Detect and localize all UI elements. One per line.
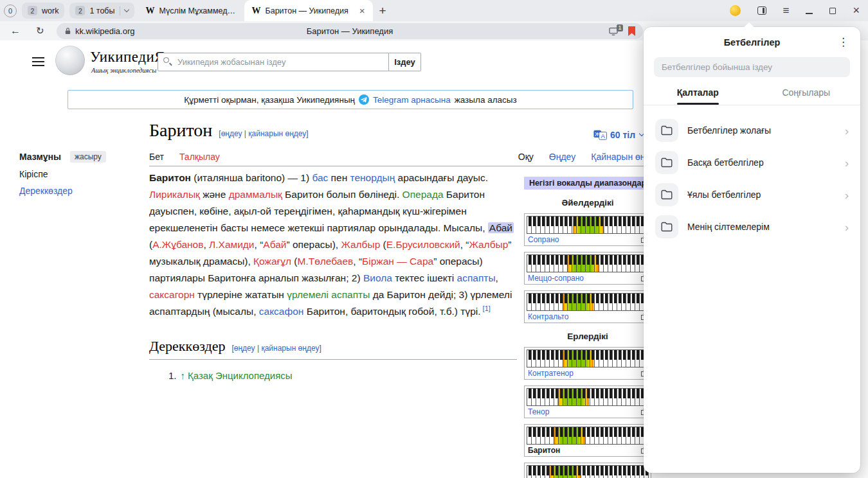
tab-title: Мүслім Мұхаммедұлы Ма bbox=[159, 6, 238, 15]
window-close-button[interactable]: × bbox=[844, 4, 868, 17]
wiki-search: Іздеу bbox=[158, 53, 421, 71]
tab-edit[interactable]: Өңдеу bbox=[549, 152, 575, 162]
rewards-icon[interactable] bbox=[721, 5, 749, 16]
bookmark-flag-icon[interactable] bbox=[628, 26, 635, 36]
site-notifications-icon[interactable]: 1 bbox=[608, 27, 619, 36]
tab-page[interactable]: Бет bbox=[149, 152, 164, 162]
tab-close-icon[interactable]: × bbox=[359, 6, 365, 15]
tab-talk[interactable]: Талқылау bbox=[179, 152, 220, 162]
bookmarks-folder-list: Бетбелгілер жолағы › Басқа бетбелгілер ›… bbox=[644, 105, 860, 243]
tab-group-count-badge: 2 bbox=[75, 6, 85, 15]
tab-bariton-active[interactable]: W Баритон — Уикипедия × bbox=[244, 0, 373, 21]
toc-item-intro[interactable]: Кіріспе bbox=[19, 169, 135, 179]
voice-label[interactable]: Контральто bbox=[528, 312, 569, 321]
tab-title: Баритон — Уикипедия bbox=[266, 6, 348, 15]
reference-item: 1.↑Қазақ Энциклопедиясы bbox=[149, 367, 517, 384]
piano-range-image[interactable] bbox=[527, 216, 649, 234]
browser-menu-icon[interactable]: ≡ bbox=[775, 4, 798, 17]
tab-counter-button[interactable]: 0 bbox=[4, 4, 17, 17]
infobox-title: Негізгі вокалды диапазондар bbox=[524, 177, 651, 190]
voice-range-item[interactable]: Сопрано bbox=[524, 213, 651, 246]
voice-range-item[interactable]: Меццо-сопрано bbox=[524, 252, 651, 285]
infobox-body: ӘйелдердікіСопраноМеццо-сопраноКонтральт… bbox=[524, 198, 651, 478]
wikipedia-favicon: W bbox=[252, 6, 261, 16]
table-of-contents: Мазмұны жасыру Кіріспе Дереккөздер bbox=[19, 151, 135, 196]
tab-group-label: work bbox=[42, 6, 59, 15]
new-tab-button[interactable]: + bbox=[373, 4, 393, 18]
folder-item-bookmarks-bar[interactable]: Бетбелгілер жолағы › bbox=[649, 114, 855, 146]
piano-range-image[interactable] bbox=[527, 293, 649, 311]
tab-group-work[interactable]: 2 work bbox=[22, 3, 64, 19]
voice-range-item[interactable]: Контратенор bbox=[524, 347, 651, 380]
banner-text: Құрметті оқырман, қазақша Уикипедияның bbox=[184, 95, 355, 105]
voice-label[interactable]: Сопрано bbox=[528, 235, 559, 244]
tab-group-count-badge: 2 bbox=[28, 6, 37, 15]
url-field[interactable]: kk.wikipedia.org Баритон — Уикипедия 1 bbox=[57, 23, 643, 39]
site-url: kk.wikipedia.org bbox=[75, 26, 135, 36]
banner-text: жазыла аласыз bbox=[455, 95, 517, 105]
wiki-tagline: Ашық энциклопедиясы bbox=[91, 67, 156, 74]
tab-muslim[interactable]: W Мүслім Мұхаммедұлы Ма bbox=[140, 0, 244, 21]
language-count: 60 тіл bbox=[610, 130, 635, 140]
tab-folders[interactable]: Қалталар bbox=[644, 87, 752, 105]
article-title: Баритон bbox=[149, 120, 212, 141]
toc-header: Мазмұны bbox=[19, 152, 61, 162]
backlink-arrow[interactable]: ↑ bbox=[181, 370, 186, 381]
article-body: Баритон (италянша baritono) — 1) бас пен… bbox=[149, 170, 517, 384]
wikipedia-logo[interactable] bbox=[55, 46, 85, 75]
telegram-channel-link[interactable]: Telegram арнасына bbox=[373, 95, 451, 105]
tab-recent[interactable]: Соңғылары bbox=[752, 87, 861, 105]
reference-number: 1. bbox=[168, 370, 177, 381]
chevron-right-icon: › bbox=[845, 189, 849, 201]
voice-range-item[interactable]: Контральто bbox=[524, 290, 651, 323]
piano-range-image[interactable] bbox=[527, 254, 649, 272]
side-panel-toggle-icon[interactable] bbox=[749, 6, 775, 15]
tab-group-label: 1 тобы bbox=[89, 6, 114, 15]
tab-read[interactable]: Оқу bbox=[518, 152, 534, 162]
window-minimize-button[interactable] bbox=[797, 8, 821, 14]
voice-label[interactable]: Меццо-сопрано bbox=[528, 274, 584, 283]
lock-icon[interactable] bbox=[64, 27, 71, 35]
toc-item-references[interactable]: Дереккөздер bbox=[19, 186, 135, 196]
chevron-right-icon: › bbox=[845, 125, 849, 137]
reference-link[interactable]: Қазақ Энциклопедиясы bbox=[188, 370, 293, 381]
voice-range-item[interactable]: Бас bbox=[524, 463, 651, 478]
folder-icon bbox=[655, 215, 678, 238]
folder-item-my-links[interactable]: Менің сілтемелерім › bbox=[649, 211, 855, 243]
bookmarks-panel-title: Бетбелгілер bbox=[724, 37, 781, 48]
bookmarks-tabs: Қалталар Соңғылары bbox=[644, 87, 860, 105]
kebab-menu-icon[interactable]: ⋮ bbox=[838, 35, 849, 49]
reload-button[interactable]: ↻ bbox=[36, 21, 44, 40]
voice-label[interactable]: Контратенор bbox=[528, 369, 574, 378]
folder-item-other-bookmarks[interactable]: Басқа бетбелгілер › bbox=[649, 146, 855, 179]
toc-hide-button[interactable]: жасыру bbox=[70, 151, 106, 163]
wiki-search-input[interactable] bbox=[158, 53, 389, 71]
piano-range-image[interactable] bbox=[527, 427, 649, 445]
title-edit-links[interactable]: [өңдеу | қайнарын өңдеу] bbox=[219, 129, 308, 138]
voice-label: Баритон bbox=[528, 446, 560, 455]
language-selector[interactable]: ЖA 60 тіл bbox=[593, 130, 644, 140]
voice-range-item[interactable]: Тенор bbox=[524, 385, 651, 418]
bookmarks-search-input[interactable] bbox=[654, 57, 850, 77]
back-button[interactable]: ← bbox=[10, 21, 21, 40]
voice-label[interactable]: Тенор bbox=[528, 407, 549, 416]
piano-range-image[interactable] bbox=[527, 350, 649, 367]
notification-count-badge: 1 bbox=[617, 24, 623, 31]
section-edit-links[interactable]: [өңдеу | қайнарын өңдеу] bbox=[231, 340, 321, 357]
folder-icon bbox=[655, 119, 678, 142]
chevron-right-icon: › bbox=[845, 157, 849, 169]
folder-icon bbox=[655, 151, 678, 174]
window-maximize-button[interactable] bbox=[821, 8, 844, 14]
piano-range-image[interactable] bbox=[527, 388, 649, 406]
tab-group-toby[interactable]: 2 1 тобы bbox=[69, 3, 134, 19]
voice-range-item[interactable]: Баритон bbox=[524, 424, 651, 457]
wiki-hamburger-icon[interactable] bbox=[32, 57, 44, 58]
piano-range-image[interactable] bbox=[527, 465, 649, 478]
wiki-wordmark[interactable]: УикипедиЯ bbox=[90, 49, 165, 66]
wikipedia-favicon: W bbox=[146, 6, 155, 16]
wiki-search-button[interactable]: Іздеу bbox=[389, 53, 421, 71]
divider bbox=[120, 6, 120, 15]
chevron-down-icon[interactable] bbox=[123, 6, 129, 12]
search-icon bbox=[163, 57, 169, 63]
folder-item-mobile-bookmarks[interactable]: Ұялы бетбелгілер › bbox=[649, 179, 855, 211]
